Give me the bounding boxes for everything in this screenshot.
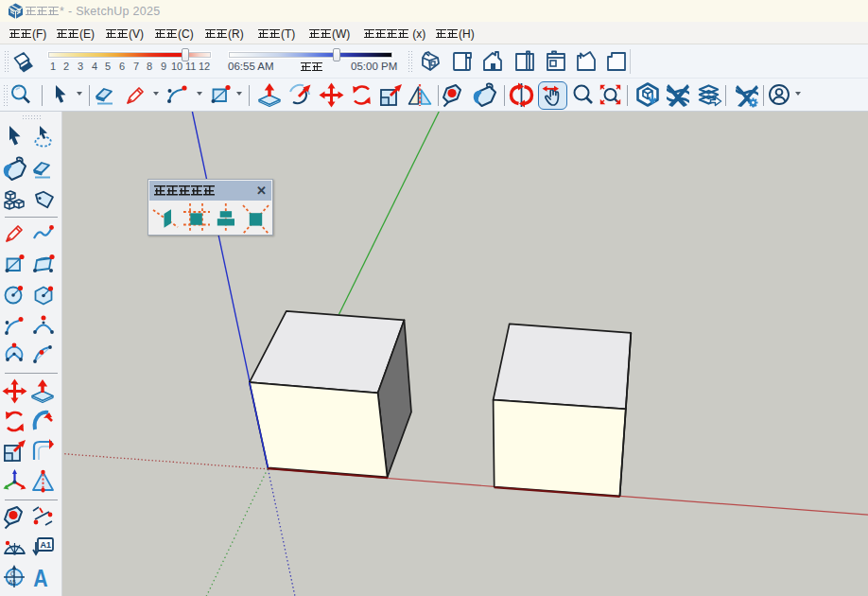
svg-text:A5: A5	[9, 579, 16, 586]
svg-text:A: A	[33, 565, 47, 590]
svg-text:C: C	[10, 570, 15, 577]
svg-text:A1: A1	[41, 540, 52, 550]
